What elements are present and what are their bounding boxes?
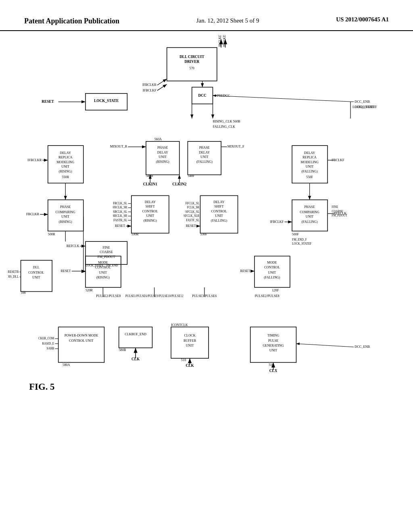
svg-text:CONTROL: CONTROL [28, 271, 44, 274]
svg-text:500R: 500R [48, 233, 55, 236]
svg-text:MODE: MODE [267, 261, 277, 264]
svg-text:UNIT: UNIT [99, 271, 107, 274]
svg-text:REFCLK: REFCLK [334, 212, 347, 215]
svg-text:FASTR_SL: FASTR_SL [113, 219, 127, 222]
svg-text:550R: 550R [62, 175, 69, 179]
svg-text:DLL: DLL [33, 266, 40, 270]
svg-text:FINE: FINE [332, 206, 338, 209]
svg-text:CONTROL UNIT: CONTROL UNIT [69, 339, 94, 343]
svg-text:DELAY: DELAY [199, 151, 210, 154]
svg-text:FIG. 5: FIG. 5 [29, 382, 54, 392]
svg-text:580A: 580A [63, 363, 70, 367]
svg-text:DELAY: DELAY [157, 151, 168, 154]
svg-text:RESET: RESET [42, 100, 54, 104]
svg-text:(FALLING): (FALLING) [196, 160, 213, 164]
svg-text:530R: 530R [131, 233, 139, 236]
svg-text:DCC: DCC [198, 94, 206, 98]
svg-text:MIXOUT_F: MIXOUT_F [227, 145, 244, 149]
svg-text:FINE: FINE [102, 246, 110, 249]
svg-rect-154 [58, 327, 104, 363]
svg-text:RESET: RESET [115, 224, 125, 228]
svg-text:MODELING: MODELING [301, 160, 319, 164]
svg-text:PHASE: PHASE [199, 146, 210, 150]
svg-text:UNIT: UNIT [306, 215, 314, 218]
svg-text:CLOCK: CLOCK [184, 334, 196, 337]
svg-text:(RISING): (RISING) [144, 219, 157, 222]
svg-text:UNIT: UNIT [61, 165, 69, 168]
svg-text:REFCLK: REFCLK [67, 244, 79, 248]
svg-text:560A: 560A [154, 137, 162, 141]
svg-text:SHIFT: SHIFT [146, 205, 155, 209]
svg-text:SRCLK_SR: SRCLK_SR [113, 214, 127, 218]
svg-text:RESET: RESET [240, 269, 250, 273]
svg-text:UNIT: UNIT [269, 349, 277, 353]
svg-text:CLKBUF_END: CLKBUF_END [125, 332, 146, 336]
svg-text:BUFFER: BUFFER [184, 339, 196, 343]
svg-text:COMPARING: COMPARING [56, 210, 75, 214]
svg-text:(FALLING): (FALLING) [264, 276, 280, 280]
svg-text:LOCK_STATEF: LOCK_STATEF [292, 243, 311, 246]
svg-text:SFCLK_SL: SFCLK_SL [186, 210, 200, 214]
svg-text:FASTF_SL: FASTF_SL [186, 219, 199, 222]
svg-text:530F: 530F [200, 233, 207, 236]
svg-text:IFBCLKF: IFBCLKF [270, 220, 284, 224]
svg-text:UNIT: UNIT [159, 155, 167, 159]
svg-text:UNIT: UNIT [268, 271, 276, 274]
svg-text:ICONTCLK: ICONTCLK [171, 323, 188, 327]
diagram-area: DLL CIRCUIT DRIVER 570 IRCLKDLL IFCLKDLL… [0, 31, 413, 519]
svg-text:UNIT: UNIT [32, 276, 40, 280]
svg-text:(FALLING): (FALLING) [211, 219, 227, 222]
svg-text:UNIT: UNIT [200, 155, 209, 159]
svg-text:RISING_CLK 560B: RISING_CLK 560B [213, 120, 241, 123]
svg-text:PULSE2/PULSE8: PULSE2/PULSE8 [96, 294, 121, 298]
svg-text:LOCK_STATEF: LOCK_STATEF [353, 105, 375, 109]
svg-text:PULSE2/PULSE8: PULSE2/PULSE8 [254, 294, 279, 298]
svg-text:LOCK_STATE: LOCK_STATE [94, 99, 119, 103]
svg-text:SARB: SARB [46, 347, 54, 350]
svg-text:550F: 550F [306, 175, 313, 179]
svg-text:(FALLING): (FALLING) [301, 220, 317, 224]
svg-text:UNIT: UNIT [215, 214, 223, 218]
svg-rect-169 [171, 327, 209, 359]
svg-text:540R: 540R [146, 174, 153, 178]
svg-text:COARSE: COARSE [100, 250, 113, 254]
svg-text:510: 510 [181, 358, 186, 362]
svg-text:IFBCLKR: IFBCLKR [142, 83, 156, 87]
svg-text:DELAY: DELAY [145, 200, 156, 204]
svg-text:IFBCLKF: IFBCLKF [143, 89, 156, 92]
svg-text:PHASE: PHASE [304, 206, 315, 209]
svg-text:FM_PDOUT: FM_PDOUT [98, 255, 115, 259]
svg-text:LOCK_STATE: LOCK_STATE [86, 264, 104, 267]
svg-text:PHASE: PHASE [157, 146, 168, 150]
svg-rect-164 [119, 327, 152, 348]
svg-text:500F: 500F [292, 233, 299, 236]
svg-text:COMPARING: COMPARING [300, 210, 319, 214]
svg-text:DCC_ENB: DCC_ENB [355, 345, 370, 349]
header-date-sheet: Jan. 12, 2012 Sheet 5 of 9 [196, 16, 259, 25]
svg-text:570: 570 [190, 66, 194, 70]
svg-text:CKEB_COM: CKEB_COM [38, 337, 54, 341]
svg-rect-2 [167, 48, 217, 81]
svg-text:SHIFT: SHIFT [215, 205, 224, 209]
svg-text:RASID_E: RASID_E [42, 342, 54, 345]
svg-text:REPLICA: REPLICA [302, 156, 316, 159]
svg-text:(FALLING): (FALLING) [301, 170, 317, 174]
svg-text:PULSE: PULSE [268, 339, 278, 343]
svg-text:(RISING): (RISING) [156, 160, 169, 164]
svg-text:POWER-DOWN MODE: POWER-DOWN MODE [65, 334, 98, 337]
page-container: Patent Application Publication Jan. 12, … [0, 0, 413, 532]
svg-line-186 [213, 96, 354, 102]
svg-text:DELAY: DELAY [304, 151, 315, 155]
svg-text:DELAY: DELAY [213, 200, 224, 204]
svg-text:FBCLKR: FBCLKR [26, 212, 40, 216]
svg-text:IFBCLKR: IFBCLKR [27, 158, 42, 162]
svg-text:DCC_ENB: DCC_ENB [355, 100, 370, 104]
svg-text:CONTROL: CONTROL [264, 266, 280, 270]
svg-text:MIXOUT_R: MIXOUT_R [110, 145, 127, 149]
svg-text:590: 590 [21, 291, 26, 295]
svg-text:DLL_RESETB: DLL_RESETB [8, 270, 19, 274]
svg-text:SRCLK_SL: SRCLK_SL [113, 210, 127, 214]
svg-text:FRCLK_SR: FRCLK_SR [113, 206, 127, 210]
svg-text:PHASE: PHASE [60, 206, 71, 209]
header-patent-number: US 2012/0007645 A1 [336, 16, 389, 23]
